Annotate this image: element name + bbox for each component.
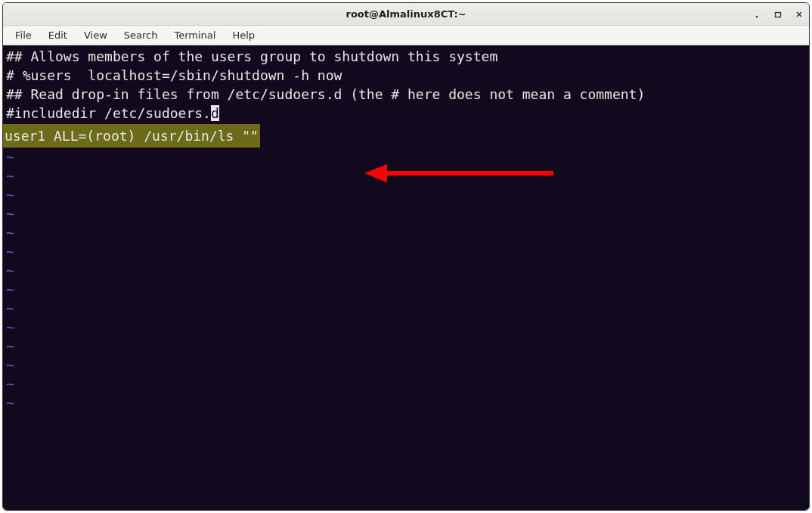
empty-line-tilde: ~ [5, 204, 807, 223]
empty-line-tilde: ~ [5, 242, 807, 261]
maximize-icon [774, 11, 782, 18]
terminal-area[interactable]: ## Allows members of the users group to … [3, 45, 809, 510]
window-title: root@Almalinux8CT:~ [346, 8, 466, 20]
empty-line-tilde: ~ [5, 356, 807, 375]
menu-view[interactable]: View [76, 27, 115, 43]
empty-line-tilde: ~ [5, 280, 807, 299]
window-controls [752, 3, 804, 25]
terminal-line: ## Allows members of the users group to … [5, 47, 807, 66]
highlighted-line-wrapper: user1 ALL=(root) /usr/bin/ls "" [5, 123, 807, 148]
terminal-line: # %users localhost=/sbin/shutdown -h now [5, 66, 807, 85]
titlebar: root@Almalinux8CT:~ [3, 3, 809, 26]
cursor: d [211, 105, 219, 121]
terminal-line: ## Read drop-in files from /etc/sudoers.… [5, 85, 807, 104]
menu-terminal[interactable]: Terminal [166, 27, 223, 43]
empty-line-tilde: ~ [5, 299, 807, 318]
menu-search[interactable]: Search [116, 27, 166, 43]
menu-help[interactable]: Help [225, 27, 262, 43]
close-button[interactable] [794, 9, 804, 20]
application-window: root@Almalinux8CT:~ File Edit View Searc… [2, 2, 810, 511]
minimize-icon [753, 11, 761, 18]
svg-point-0 [756, 15, 758, 17]
menu-edit[interactable]: Edit [41, 27, 75, 43]
empty-line-tilde: ~ [5, 166, 807, 185]
empty-line-tilde: ~ [5, 337, 807, 356]
terminal-line: #includedir /etc/sudoers.d [5, 104, 807, 123]
minimize-button[interactable] [752, 9, 762, 20]
svg-rect-1 [776, 12, 781, 17]
menu-file[interactable]: File [8, 27, 39, 43]
empty-line-tilde: ~ [5, 185, 807, 204]
empty-line-tilde: ~ [5, 148, 807, 166]
empty-line-tilde: ~ [5, 393, 807, 412]
empty-line-tilde: ~ [5, 318, 807, 337]
highlighted-line: user1 ALL=(root) /usr/bin/ls "" [3, 124, 260, 148]
menubar: File Edit View Search Terminal Help [3, 26, 809, 45]
close-icon [795, 11, 803, 18]
empty-line-tilde: ~ [5, 261, 807, 280]
empty-line-tilde: ~ [5, 223, 807, 242]
text-segment: #includedir /etc/sudoers. [6, 105, 211, 121]
maximize-button[interactable] [773, 9, 783, 20]
empty-line-tilde: ~ [5, 375, 807, 393]
